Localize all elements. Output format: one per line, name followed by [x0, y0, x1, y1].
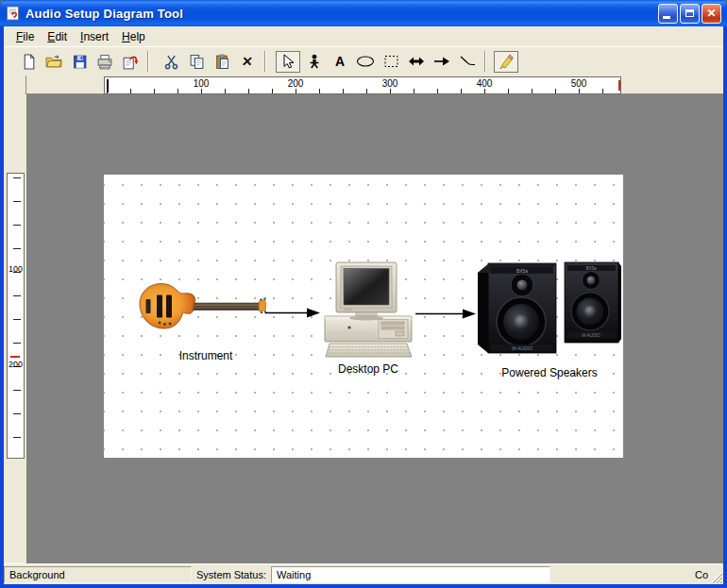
minimize-icon — [663, 16, 670, 19]
close-button[interactable]: ✕ — [702, 4, 721, 24]
resize-arrow-tool-button[interactable] — [405, 50, 428, 73]
drawing-canvas[interactable]: BX5a M-AUDIO — [26, 94, 723, 563]
copy-icon — [189, 54, 205, 70]
text-tool-icon: A — [335, 54, 345, 69]
statusbar-right-text: Co — [695, 566, 708, 583]
v-ruler-label: 100 — [8, 264, 24, 274]
h-ruler-label: 300 — [376, 78, 404, 89]
delete-button[interactable]: ✕ — [236, 50, 259, 73]
open-button[interactable] — [42, 50, 65, 73]
h-ruler-position-marker — [618, 80, 620, 91]
printer-icon — [96, 54, 113, 70]
person-icon — [307, 54, 322, 69]
double-arrow-icon — [408, 54, 425, 69]
maximize-icon — [685, 9, 694, 17]
paste-button[interactable] — [211, 50, 233, 73]
save-floppy-icon — [72, 54, 88, 70]
maximize-button[interactable] — [680, 4, 700, 24]
label-powered-speakers[interactable]: Powered Speakers — [483, 366, 616, 379]
connector-arrow-pc-to-speakers[interactable] — [415, 308, 476, 320]
new-document-icon — [21, 54, 37, 70]
client-area: File Edit Insert Help — [4, 26, 723, 584]
export-icon — [122, 54, 139, 70]
vertical-ruler: 100 200 — [7, 173, 25, 459]
open-folder-icon — [45, 54, 62, 70]
node-powered-speakers[interactable]: BX5a M-AUDIO — [476, 260, 621, 358]
v-ruler-position-marker — [10, 356, 20, 358]
ellipse-tool-button[interactable] — [354, 50, 377, 73]
ruler-origin-tick — [107, 79, 109, 92]
label-desktop-pc[interactable]: Desktop PC — [312, 362, 425, 376]
menu-edit[interactable]: Edit — [41, 28, 74, 45]
select-arrow-icon — [280, 54, 296, 69]
statusbar-layer-panel: Background — [4, 566, 192, 583]
print-button[interactable] — [93, 50, 116, 73]
toolbar-separator — [264, 51, 266, 72]
menu-insert[interactable]: Insert — [74, 28, 115, 45]
system-status-value-field: Waiting — [271, 566, 550, 583]
label-instrument[interactable]: Instrument — [149, 349, 262, 362]
system-status-label: System Status: — [196, 566, 266, 583]
statusbar: Background System Status: Waiting Co — [4, 563, 723, 584]
right-arrow-icon — [433, 54, 450, 69]
bass-guitar-image — [138, 280, 266, 333]
app-icon — [6, 6, 21, 21]
ruler-corner — [4, 76, 26, 94]
layer-name-text: Background — [9, 569, 65, 580]
menu-file[interactable]: File — [9, 28, 41, 45]
speaker-model-label: BX5a — [585, 266, 597, 271]
window-title: Audio Setup Diagram Tool — [25, 7, 183, 21]
toolbar-separator — [147, 51, 149, 72]
horizontal-ruler: 100 200 300 400 500 — [104, 76, 621, 94]
select-tool-button[interactable] — [276, 51, 300, 73]
ruler-row: 100 200 300 400 500 — [4, 76, 723, 94]
h-ruler-label: 500 — [565, 78, 593, 89]
toolbar: ✕ A — [4, 46, 723, 76]
marquee-tool-button[interactable] — [380, 50, 402, 73]
curve-tool-button[interactable] — [456, 50, 479, 73]
connector-arrow-instrument-to-pc[interactable] — [265, 307, 320, 319]
h-ruler-label: 100 — [187, 78, 215, 89]
workspace: 100 200 — [4, 94, 723, 563]
speaker-model-label: BX5a — [516, 268, 528, 274]
marquee-rect-icon — [383, 54, 399, 69]
speaker-brand-label: M-AUDIO — [582, 333, 600, 338]
speaker-brand-label: M-AUDIO — [512, 345, 533, 351]
node-instrument[interactable] — [138, 280, 266, 333]
new-button[interactable] — [17, 50, 40, 73]
pencil-tool-button[interactable] — [494, 51, 518, 73]
h-ruler-label: 400 — [470, 78, 499, 89]
menubar: File Edit Insert Help — [4, 26, 723, 46]
diagram-page[interactable]: BX5a M-AUDIO — [104, 175, 623, 458]
minimize-button[interactable] — [658, 4, 678, 24]
close-icon: ✕ — [706, 8, 716, 19]
scissors-icon — [163, 54, 179, 70]
text-tool-button[interactable]: A — [329, 50, 351, 73]
pencil-icon — [499, 54, 514, 69]
toolbar-separator — [484, 51, 486, 72]
node-desktop-pc[interactable] — [324, 261, 414, 361]
v-ruler-label: 200 — [8, 360, 24, 369]
save-button[interactable] — [68, 50, 91, 73]
resize-grip[interactable] — [710, 571, 722, 583]
person-tool-button[interactable] — [303, 50, 326, 73]
cut-button[interactable] — [160, 50, 182, 73]
vertical-ruler-track: 100 200 — [4, 94, 26, 563]
ellipse-icon — [356, 54, 375, 69]
export-button[interactable] — [119, 50, 142, 73]
arrow-tool-button[interactable] — [431, 50, 453, 73]
desktop-computer-image — [324, 261, 414, 361]
clipboard-paste-icon — [214, 54, 230, 70]
h-ruler-label: 200 — [281, 78, 310, 89]
studio-monitors-image: BX5a M-AUDIO — [476, 260, 621, 358]
app-window: Audio Setup Diagram Tool ✕ File Edit Ins… — [0, 0, 727, 588]
titlebar[interactable]: Audio Setup Diagram Tool ✕ — [0, 0, 727, 26]
curve-line-icon — [459, 54, 476, 69]
copy-button[interactable] — [185, 50, 208, 73]
system-status-text: Waiting — [277, 569, 311, 580]
delete-x-icon: ✕ — [241, 54, 253, 69]
menu-help[interactable]: Help — [115, 28, 152, 45]
